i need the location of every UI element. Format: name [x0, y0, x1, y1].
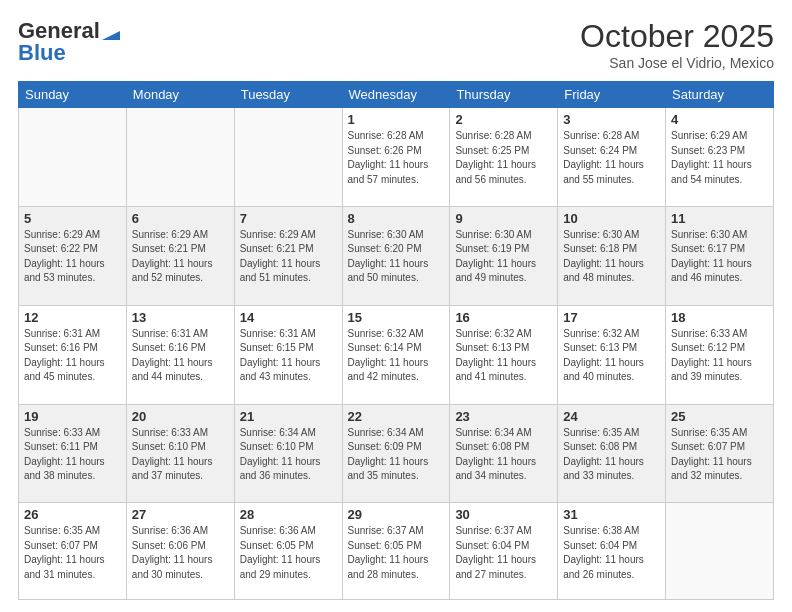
calendar-day-cell: 19Sunrise: 6:33 AMSunset: 6:11 PMDayligh…	[19, 404, 127, 503]
header: General Blue October 2025 San Jose el Vi…	[18, 18, 774, 71]
day-number: 18	[671, 310, 768, 325]
calendar-day-cell: 4Sunrise: 6:29 AMSunset: 6:23 PMDaylight…	[666, 108, 774, 207]
calendar-week-row: 12Sunrise: 6:31 AMSunset: 6:16 PMDayligh…	[19, 305, 774, 404]
calendar-day-cell: 10Sunrise: 6:30 AMSunset: 6:18 PMDayligh…	[558, 206, 666, 305]
calendar-day-cell: 24Sunrise: 6:35 AMSunset: 6:08 PMDayligh…	[558, 404, 666, 503]
day-number: 8	[348, 211, 445, 226]
day-number: 26	[24, 507, 121, 522]
day-info: Sunrise: 6:30 AMSunset: 6:19 PMDaylight:…	[455, 228, 552, 286]
calendar-week-row: 19Sunrise: 6:33 AMSunset: 6:11 PMDayligh…	[19, 404, 774, 503]
day-number: 9	[455, 211, 552, 226]
day-info: Sunrise: 6:32 AMSunset: 6:14 PMDaylight:…	[348, 327, 445, 385]
day-number: 25	[671, 409, 768, 424]
logo-blue: Blue	[18, 40, 66, 66]
day-number: 23	[455, 409, 552, 424]
day-info: Sunrise: 6:33 AMSunset: 6:10 PMDaylight:…	[132, 426, 229, 484]
month-title: October 2025	[580, 18, 774, 55]
calendar-day-cell: 22Sunrise: 6:34 AMSunset: 6:09 PMDayligh…	[342, 404, 450, 503]
day-info: Sunrise: 6:32 AMSunset: 6:13 PMDaylight:…	[563, 327, 660, 385]
calendar-day-cell: 7Sunrise: 6:29 AMSunset: 6:21 PMDaylight…	[234, 206, 342, 305]
day-number: 22	[348, 409, 445, 424]
day-number: 16	[455, 310, 552, 325]
calendar-day-cell: 13Sunrise: 6:31 AMSunset: 6:16 PMDayligh…	[126, 305, 234, 404]
day-info: Sunrise: 6:28 AMSunset: 6:26 PMDaylight:…	[348, 129, 445, 187]
calendar-day-cell: 8Sunrise: 6:30 AMSunset: 6:20 PMDaylight…	[342, 206, 450, 305]
calendar-day-cell	[19, 108, 127, 207]
calendar-day-cell: 12Sunrise: 6:31 AMSunset: 6:16 PMDayligh…	[19, 305, 127, 404]
day-info: Sunrise: 6:35 AMSunset: 6:07 PMDaylight:…	[671, 426, 768, 484]
day-info: Sunrise: 6:31 AMSunset: 6:16 PMDaylight:…	[132, 327, 229, 385]
calendar-day-cell: 11Sunrise: 6:30 AMSunset: 6:17 PMDayligh…	[666, 206, 774, 305]
calendar-week-row: 1Sunrise: 6:28 AMSunset: 6:26 PMDaylight…	[19, 108, 774, 207]
day-number: 14	[240, 310, 337, 325]
day-info: Sunrise: 6:28 AMSunset: 6:25 PMDaylight:…	[455, 129, 552, 187]
calendar-col-header: Thursday	[450, 82, 558, 108]
day-info: Sunrise: 6:34 AMSunset: 6:10 PMDaylight:…	[240, 426, 337, 484]
day-number: 4	[671, 112, 768, 127]
day-info: Sunrise: 6:36 AMSunset: 6:05 PMDaylight:…	[240, 524, 337, 582]
day-info: Sunrise: 6:34 AMSunset: 6:08 PMDaylight:…	[455, 426, 552, 484]
calendar-col-header: Sunday	[19, 82, 127, 108]
day-info: Sunrise: 6:29 AMSunset: 6:23 PMDaylight:…	[671, 129, 768, 187]
calendar-day-cell: 2Sunrise: 6:28 AMSunset: 6:25 PMDaylight…	[450, 108, 558, 207]
day-info: Sunrise: 6:30 AMSunset: 6:18 PMDaylight:…	[563, 228, 660, 286]
day-number: 21	[240, 409, 337, 424]
logo: General Blue	[18, 18, 120, 66]
day-number: 10	[563, 211, 660, 226]
calendar-col-header: Tuesday	[234, 82, 342, 108]
calendar-day-cell: 28Sunrise: 6:36 AMSunset: 6:05 PMDayligh…	[234, 503, 342, 600]
svg-marker-0	[102, 31, 120, 40]
calendar-week-row: 26Sunrise: 6:35 AMSunset: 6:07 PMDayligh…	[19, 503, 774, 600]
day-info: Sunrise: 6:28 AMSunset: 6:24 PMDaylight:…	[563, 129, 660, 187]
day-info: Sunrise: 6:33 AMSunset: 6:12 PMDaylight:…	[671, 327, 768, 385]
calendar-col-header: Monday	[126, 82, 234, 108]
calendar-col-header: Wednesday	[342, 82, 450, 108]
day-number: 29	[348, 507, 445, 522]
day-info: Sunrise: 6:38 AMSunset: 6:04 PMDaylight:…	[563, 524, 660, 582]
day-info: Sunrise: 6:29 AMSunset: 6:21 PMDaylight:…	[240, 228, 337, 286]
day-info: Sunrise: 6:30 AMSunset: 6:20 PMDaylight:…	[348, 228, 445, 286]
calendar-day-cell: 14Sunrise: 6:31 AMSunset: 6:15 PMDayligh…	[234, 305, 342, 404]
day-number: 19	[24, 409, 121, 424]
page: General Blue October 2025 San Jose el Vi…	[0, 0, 792, 612]
title-section: October 2025 San Jose el Vidrio, Mexico	[580, 18, 774, 71]
calendar-day-cell: 18Sunrise: 6:33 AMSunset: 6:12 PMDayligh…	[666, 305, 774, 404]
location: San Jose el Vidrio, Mexico	[580, 55, 774, 71]
calendar-day-cell: 23Sunrise: 6:34 AMSunset: 6:08 PMDayligh…	[450, 404, 558, 503]
day-number: 15	[348, 310, 445, 325]
calendar-day-cell	[234, 108, 342, 207]
calendar-day-cell	[126, 108, 234, 207]
day-number: 12	[24, 310, 121, 325]
calendar-day-cell: 27Sunrise: 6:36 AMSunset: 6:06 PMDayligh…	[126, 503, 234, 600]
calendar-day-cell	[666, 503, 774, 600]
day-number: 7	[240, 211, 337, 226]
day-number: 5	[24, 211, 121, 226]
day-info: Sunrise: 6:35 AMSunset: 6:08 PMDaylight:…	[563, 426, 660, 484]
calendar-day-cell: 3Sunrise: 6:28 AMSunset: 6:24 PMDaylight…	[558, 108, 666, 207]
logo-triangle-icon	[102, 22, 120, 40]
day-info: Sunrise: 6:37 AMSunset: 6:05 PMDaylight:…	[348, 524, 445, 582]
calendar-day-cell: 17Sunrise: 6:32 AMSunset: 6:13 PMDayligh…	[558, 305, 666, 404]
day-number: 30	[455, 507, 552, 522]
day-info: Sunrise: 6:36 AMSunset: 6:06 PMDaylight:…	[132, 524, 229, 582]
day-number: 2	[455, 112, 552, 127]
calendar-day-cell: 1Sunrise: 6:28 AMSunset: 6:26 PMDaylight…	[342, 108, 450, 207]
calendar-day-cell: 6Sunrise: 6:29 AMSunset: 6:21 PMDaylight…	[126, 206, 234, 305]
day-info: Sunrise: 6:33 AMSunset: 6:11 PMDaylight:…	[24, 426, 121, 484]
calendar-day-cell: 26Sunrise: 6:35 AMSunset: 6:07 PMDayligh…	[19, 503, 127, 600]
day-number: 28	[240, 507, 337, 522]
day-number: 20	[132, 409, 229, 424]
day-number: 31	[563, 507, 660, 522]
day-number: 17	[563, 310, 660, 325]
day-info: Sunrise: 6:30 AMSunset: 6:17 PMDaylight:…	[671, 228, 768, 286]
calendar-col-header: Friday	[558, 82, 666, 108]
day-info: Sunrise: 6:37 AMSunset: 6:04 PMDaylight:…	[455, 524, 552, 582]
calendar-col-header: Saturday	[666, 82, 774, 108]
day-info: Sunrise: 6:34 AMSunset: 6:09 PMDaylight:…	[348, 426, 445, 484]
day-number: 27	[132, 507, 229, 522]
calendar-day-cell: 20Sunrise: 6:33 AMSunset: 6:10 PMDayligh…	[126, 404, 234, 503]
day-info: Sunrise: 6:29 AMSunset: 6:21 PMDaylight:…	[132, 228, 229, 286]
calendar-header-row: SundayMondayTuesdayWednesdayThursdayFrid…	[19, 82, 774, 108]
calendar-day-cell: 31Sunrise: 6:38 AMSunset: 6:04 PMDayligh…	[558, 503, 666, 600]
day-number: 11	[671, 211, 768, 226]
